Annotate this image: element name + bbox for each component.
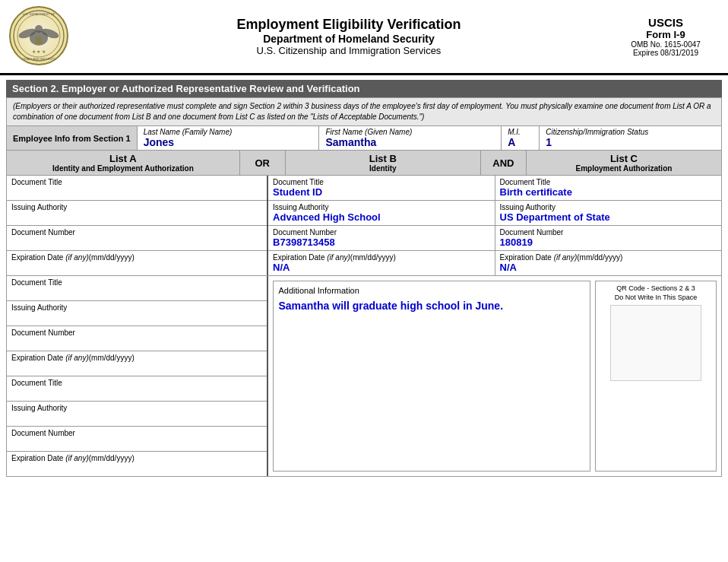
form-number: Form I-9: [612, 29, 719, 40]
additional-right: Additional Information Samantha will gra…: [268, 276, 721, 476]
list-b-doc-title: Document Title Student ID: [268, 176, 494, 201]
last-name-field: Last Name (Family Name) Jones: [138, 126, 320, 150]
additional-section: Document Title Issuing Authority Documen…: [6, 276, 722, 477]
list-b-expiry: Expiration Date (if any)(mm/dd/yyyy) N/A: [268, 251, 494, 275]
list-a-header: List A Identity and Employment Authoriza…: [7, 151, 240, 175]
list-a2-issuing: Issuing Authority: [7, 301, 267, 326]
list-a-additional: Document Title Issuing Authority Documen…: [7, 276, 268, 476]
main-content: Section 2. Employer or Authorized Repres…: [0, 75, 728, 481]
svg-point-5: [35, 25, 43, 33]
expiry-date: Expires 08/31/2019: [612, 49, 719, 57]
list-a3-doc-title: Document Title: [7, 376, 267, 402]
section2-notice: (Employers or their authorized represent…: [6, 97, 722, 126]
qr-label: QR Code - Sections 2 & 3Do Not Write In …: [615, 284, 698, 302]
section2-header: Section 2. Employer or Authorized Repres…: [6, 80, 722, 97]
list-b-doc-number: Document Number B7398713458: [268, 226, 494, 251]
list-a-issuing: Issuing Authority: [7, 201, 267, 226]
employee-info-label: Employee Info from Section 1: [7, 126, 138, 150]
dept-name: Department of Homeland Security: [85, 33, 612, 45]
list-a2-doc-number: Document Number: [7, 326, 267, 351]
lists-header: List A Identity and Employment Authoriza…: [6, 151, 722, 176]
cis-value: 1: [546, 136, 715, 148]
mi-value: A: [508, 136, 533, 148]
list-c-issuing: Issuing Authority US Department of State: [495, 201, 721, 226]
list-c-column: Document Title Birth certificate Issuing…: [495, 176, 721, 275]
list-a-doc-title: Document Title: [7, 176, 267, 201]
header-center: Employment Eligibility Verification Depa…: [85, 17, 612, 56]
qr-code-box: QR Code - Sections 2 & 3Do Not Write In …: [595, 281, 717, 472]
qr-placeholder: [610, 305, 701, 381]
mi-field: M.I. A: [502, 126, 540, 150]
svg-rect-6: [36, 37, 42, 44]
uscis-label: USCIS: [612, 16, 719, 29]
list-a-column: Document Title Issuing Authority Documen…: [7, 176, 268, 275]
list-a2-doc-title: Document Title: [7, 276, 267, 301]
additional-info-box: Additional Information Samantha will gra…: [273, 281, 590, 472]
cis-field: Citizenship/Immigration Status 1: [540, 126, 721, 150]
employee-info-row: Employee Info from Section 1 Last Name (…: [6, 126, 722, 151]
svg-text:★ ★ ★: ★ ★ ★: [32, 49, 46, 54]
omb-number: OMB No. 1615-0047: [612, 40, 719, 49]
list-b-issuing: Issuing Authority Advanced High School: [268, 201, 494, 226]
employee-fields: Last Name (Family Name) Jones First Name…: [138, 126, 721, 150]
first-name-field: First Name (Given Name) Samantha: [319, 126, 502, 150]
cis-label: Citizenship/Immigration Status: [546, 128, 715, 136]
list-a-fields-2: Document Title Issuing Authority Documen…: [7, 276, 267, 476]
first-name-label: First Name (Given Name): [325, 128, 495, 136]
list-a2-expiry: Expiration Date (if any)(mm/dd/yyyy): [7, 351, 267, 376]
svg-text:U.S. DEPARTMENT OF: U.S. DEPARTMENT OF: [23, 12, 55, 16]
additional-info-label: Additional Information: [278, 286, 585, 295]
and-separator: AND: [481, 151, 527, 175]
list-a3-doc-number: Document Number: [7, 427, 267, 452]
agency-seal: ★ ★ ★ U.S. DEPARTMENT OF HOMELAND SECURI…: [9, 6, 70, 67]
form-identifier: USCIS Form I-9 OMB No. 1615-0047 Expires…: [612, 16, 719, 57]
list-c-header: List C Employment Authorization: [527, 151, 721, 175]
last-name-label: Last Name (Family Name): [144, 128, 313, 136]
first-name-value: Samantha: [325, 136, 495, 148]
form-title: Employment Eligibility Verification: [85, 17, 612, 33]
list-a3-expiry: Expiration Date (if any)(mm/dd/yyyy): [7, 452, 267, 476]
list-c-doc-title: Document Title Birth certificate: [495, 176, 721, 201]
additional-info-value: Samantha will graduate high school in Ju…: [278, 298, 585, 314]
svg-text:HOMELAND SECURITY: HOMELAND SECURITY: [22, 57, 55, 61]
list-a3-issuing: Issuing Authority: [7, 402, 267, 427]
list-c-expiry: Expiration Date (if any)(mm/dd/yyyy) N/A: [495, 251, 721, 275]
lists-body: Document Title Issuing Authority Documen…: [6, 176, 722, 276]
list-b-header: List B Identity: [286, 151, 481, 175]
last-name-value: Jones: [144, 136, 313, 148]
list-b-column: Document Title Student ID Issuing Author…: [268, 176, 495, 275]
mi-label: M.I.: [508, 128, 533, 136]
list-a-doc-number: Document Number: [7, 226, 267, 251]
list-c-doc-number: Document Number 180819: [495, 226, 721, 251]
agency-name: U.S. Citizenship and Immigration Service…: [85, 45, 612, 56]
list-a-expiry: Expiration Date (if any)(mm/dd/yyyy): [7, 251, 267, 275]
or-separator: OR: [240, 151, 286, 175]
header: ★ ★ ★ U.S. DEPARTMENT OF HOMELAND SECURI…: [0, 0, 728, 75]
